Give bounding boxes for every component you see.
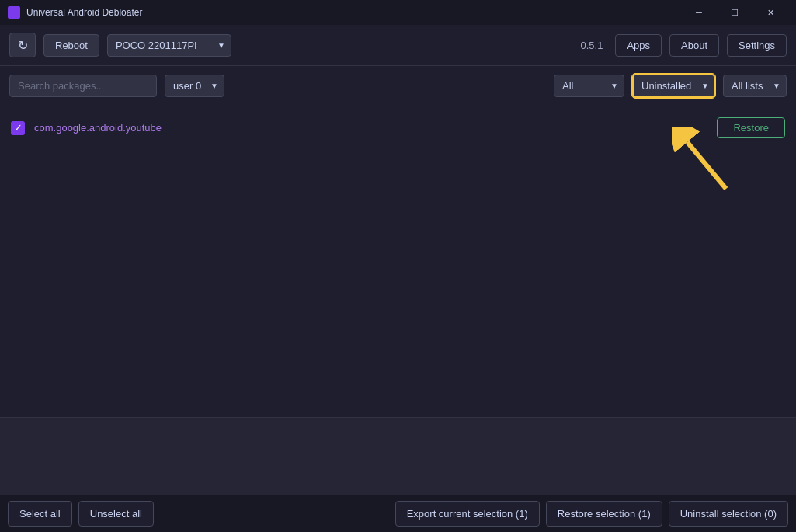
- settings-button[interactable]: Settings: [727, 34, 787, 57]
- package-list: ✓ com.google.android.youtube Restore: [0, 106, 796, 417]
- device-select[interactable]: POCO 2201117PI: [107, 34, 231, 57]
- close-button[interactable]: ✕: [753, 0, 788, 25]
- device-selector-wrapper: POCO 2201117PI ▼: [107, 34, 231, 57]
- refresh-button[interactable]: ↻: [9, 33, 36, 57]
- search-input[interactable]: [9, 75, 157, 97]
- user-filter-select[interactable]: user 0 user 1: [165, 75, 224, 97]
- log-area: [0, 417, 796, 495]
- package-checkbox[interactable]: ✓: [11, 121, 25, 135]
- uninstall-selection-button[interactable]: Uninstall selection (0): [669, 501, 788, 527]
- apps-button[interactable]: Apps: [615, 34, 662, 57]
- reboot-button[interactable]: Reboot: [43, 34, 99, 57]
- window-controls: ─ ☐ ✕: [681, 0, 788, 25]
- lists-filter-wrapper: All lists Google POCO OEM ▼: [723, 75, 787, 97]
- filter-bar: user 0 user 1 ▼ All Enabled Disabled ▼ A…: [0, 66, 796, 106]
- title-bar: Universal Android Debloater ─ ☐ ✕: [0, 0, 796, 25]
- restore-button[interactable]: Restore: [717, 117, 785, 138]
- title-bar-title: Universal Android Debloater: [26, 7, 675, 18]
- all-filter-select[interactable]: All Enabled Disabled: [554, 75, 624, 97]
- main-content: user 0 user 1 ▼ All Enabled Disabled ▼ A…: [0, 66, 796, 495]
- export-selection-button[interactable]: Export current selection (1): [395, 501, 540, 527]
- all-filter-wrapper: All Enabled Disabled ▼: [554, 75, 624, 97]
- unselect-all-button[interactable]: Unselect all: [78, 501, 154, 527]
- svg-line-1: [687, 142, 726, 189]
- refresh-icon: ↻: [18, 38, 28, 53]
- package-name: com.google.android.youtube: [34, 122, 707, 134]
- toolbar: ↻ Reboot POCO 2201117PI ▼ 0.5.1 Apps Abo…: [0, 25, 796, 66]
- bottom-bar: Select all Unselect all Export current s…: [0, 495, 796, 532]
- list-area: ✓ com.google.android.youtube Restore: [0, 111, 796, 144]
- user-filter-wrapper: user 0 user 1 ▼: [165, 75, 224, 97]
- status-filter-select[interactable]: All Installed Uninstalled: [632, 74, 715, 98]
- status-filter-wrapper: All Installed Uninstalled ▼: [632, 74, 715, 98]
- restore-selection-button[interactable]: Restore selection (1): [546, 501, 662, 527]
- maximize-button[interactable]: ☐: [717, 0, 753, 25]
- select-all-button[interactable]: Select all: [8, 501, 72, 527]
- about-button[interactable]: About: [669, 34, 719, 57]
- table-row: ✓ com.google.android.youtube Restore: [0, 111, 796, 144]
- app-icon: [8, 6, 20, 19]
- lists-filter-select[interactable]: All lists Google POCO OEM: [723, 75, 787, 97]
- version-label: 0.5.1: [580, 40, 603, 51]
- minimize-button[interactable]: ─: [681, 0, 717, 25]
- check-icon: ✓: [14, 123, 23, 133]
